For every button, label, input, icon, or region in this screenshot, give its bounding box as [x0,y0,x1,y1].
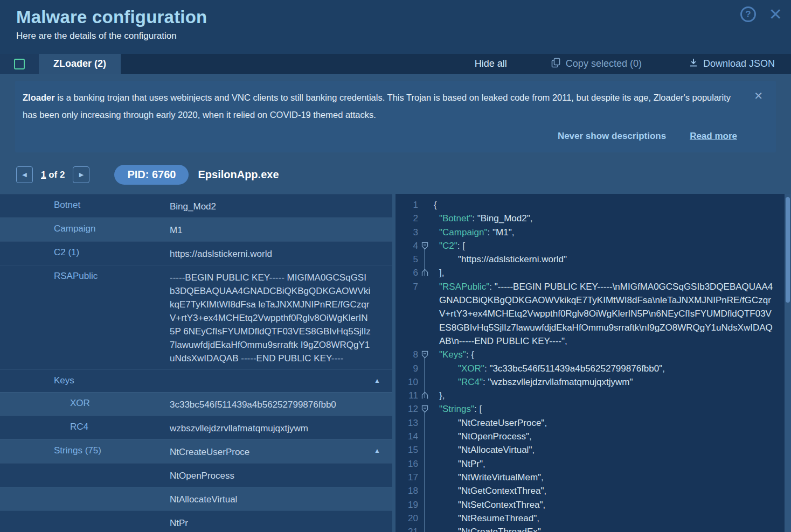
json-code-text: "C2": [ [431,239,785,253]
copy-icon [551,58,560,71]
json-line: 1{ [400,198,785,212]
read-more-link[interactable]: Read more [690,128,737,145]
config-value: https://adslstickerni.world [170,247,392,261]
json-code-text: "NtGetContextThrea", [431,484,785,498]
pid-badge: PID: 6760 [114,165,189,185]
line-number: 9 [400,362,418,375]
line-number: 8 [400,348,418,361]
fold-guide-line [424,375,425,389]
fold-gutter [418,198,431,212]
config-row: XOR3c33bc546f511439a4b56252799876fbb0 [0,392,392,416]
json-code-text: "RSAPublic": "-----BEGIN PUBLIC KEY-----… [431,280,785,348]
prev-page-button[interactable]: ◀ [16,166,33,183]
fold-guide-line [424,498,425,512]
config-value: wzbszvllejdzrvllafmatqmujqxtjywm [170,422,392,435]
config-row: RC4wzbszvllejdzrvllafmatqmujqxtjywm [0,416,392,439]
json-code-text: "NtOpenProcess", [431,430,785,443]
fold-gutter [418,498,431,512]
tab-bar: ZLoader (2) Hide all Copy selected (0) D… [0,54,791,74]
fold-guide-line [424,416,425,430]
fold-gutter [418,253,431,266]
line-number: 19 [400,498,418,512]
json-scrollbar-track[interactable] [785,194,791,532]
fold-gutter [418,443,431,457]
json-line: 2"Botnet": "Bing_Mod2", [400,212,785,225]
fold-gutter [418,280,431,348]
modal-header: Malware configuration Here are the detai… [0,0,791,54]
config-value: NtOpenProcess [170,469,392,482]
json-scrollbar-thumb[interactable] [786,197,790,303]
config-table: BotnetBing_Mod2CampaignM1C2 (1)https://a… [0,194,392,532]
line-number: 20 [400,512,418,525]
description-links: Never show descriptions Read more [23,128,744,145]
select-all-checkbox[interactable] [14,59,25,69]
help-icon[interactable]: ? [740,6,756,22]
json-code-text: }, [431,389,785,402]
fold-gutter [418,512,431,525]
header-icons: ? ✕ [740,6,782,22]
line-number: 18 [400,484,418,498]
line-number: 2 [400,212,418,225]
json-code-text: "Botnet": "Bing_Mod2", [431,212,785,225]
fold-collapse-icon[interactable] [418,239,431,253]
json-line: 19"NtSetContextThrea", [400,498,785,512]
config-value: NtPr [170,516,392,530]
json-line: 6], [400,266,785,279]
json-code-text: ], [431,266,785,279]
config-key: Keys [0,375,170,386]
tab-zloader[interactable]: ZLoader (2) [39,54,121,74]
config-value: 3c33bc546f511439a4b56252799876fbb0 [170,398,392,411]
next-page-button[interactable]: ▶ [73,166,89,183]
fold-collapse-icon[interactable] [418,402,431,416]
fold-guide-line [424,253,425,266]
json-line: 14"NtOpenProcess", [400,430,785,443]
never-show-descriptions-link[interactable]: Never show descriptions [558,128,666,145]
json-line: 12"Strings": [ [400,402,785,416]
fold-gutter [418,430,431,443]
fold-gutter [418,212,431,225]
json-line: 20"NtResumeThread", [400,512,785,525]
json-line: 8"Keys": { [400,348,785,361]
collapse-arrow-icon[interactable]: ▲ [374,447,380,454]
line-number: 13 [400,416,418,430]
line-number: 12 [400,402,418,416]
fold-end-icon[interactable] [418,266,431,279]
copy-selected-button[interactable]: Copy selected (0) [551,58,642,71]
json-code-text: "Strings": [ [431,402,785,416]
collapse-arrow-icon[interactable]: ▲ [374,377,380,384]
json-code-text: "NtPr", [431,457,785,471]
line-number: 15 [400,443,418,457]
close-icon[interactable]: ✕ [769,7,782,22]
json-code-text: "NtWriteVirtualMem", [431,471,785,484]
fold-guide-line [424,484,425,498]
json-line: 15"NtAllocateVirtual", [400,443,785,457]
json-line: 3"Campaign": "M1", [400,226,785,239]
line-number: 17 [400,471,418,484]
json-viewer: 1{2"Botnet": "Bing_Mod2",3"Campaign": "M… [396,194,785,532]
line-number: 6 [400,266,418,279]
fold-gutter [418,484,431,498]
fold-gutter [418,457,431,471]
malware-name: Zloader [23,93,55,102]
process-nav: ◀ 1 of 2 ▶ PID: 6760 EpsilonApp.exe [0,152,791,194]
config-row: C2 (1)https://adslstickerni.world [0,241,392,265]
download-json-button[interactable]: Download JSON [689,58,775,70]
line-number: 1 [400,198,418,212]
malware-configuration-modal: Malware configuration Here are the detai… [0,0,791,532]
config-value: M1 [170,223,392,237]
config-row: NtAllocateVirtual [0,487,392,510]
page-title: Malware configuration [16,7,791,27]
json-line: 11}, [400,389,785,402]
json-line: 10"RC4": "wzbszvllejdzrvllafmatqmujqxtjy… [400,375,785,389]
hide-all-button[interactable]: Hide all [475,58,507,69]
config-key: RC4 [0,422,170,432]
fold-end-icon[interactable] [418,389,431,402]
config-row: Keys▲ [0,369,392,392]
json-code-text: "RC4": "wzbszvllejdzrvllafmatqmujqxtjywm… [431,375,785,389]
line-number: 4 [400,239,418,253]
fold-guide-line [424,430,425,443]
fold-collapse-icon[interactable] [418,348,431,361]
description-close-icon[interactable]: ✕ [754,87,763,104]
fold-guide-line [424,362,425,375]
json-line: 9"XOR": "3c33bc546f511439a4b56252799876f… [400,362,785,375]
